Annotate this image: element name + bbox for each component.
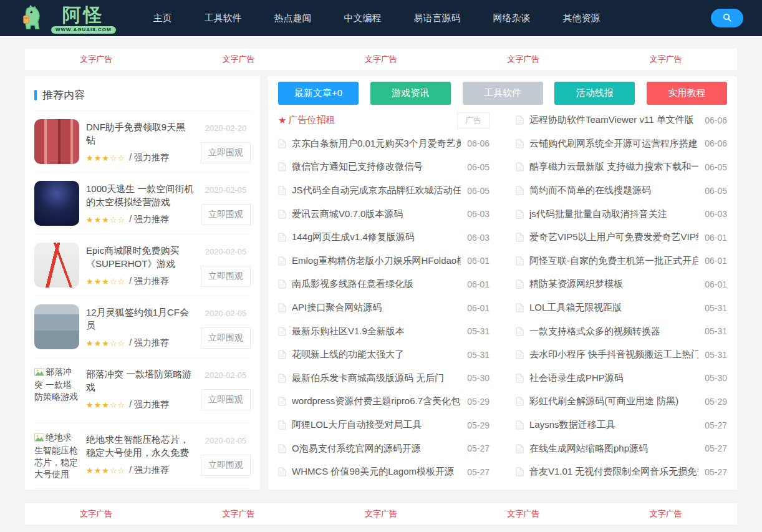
article-title[interactable]: 在线生成网站缩略图php源码: [529, 443, 698, 455]
ad-slot-link[interactable]: ★ 广告位招租: [278, 114, 457, 126]
article-title[interactable]: 阿狸LOL大厅自动接受对局工具: [292, 419, 461, 431]
article-title[interactable]: 精防某资源网织梦模板: [529, 278, 698, 290]
view-now-button[interactable]: 立即围观: [201, 455, 251, 476]
article-title[interactable]: O泡易支付系统官网的源码开源: [292, 443, 461, 455]
article-row[interactable]: wordpress资源付费主题ripro6.7含美化包... 05-29: [278, 390, 490, 414]
recommended-item[interactable]: DNF助手免费领取9天黑钻 ★★★☆☆ / 强力推荐 2020-02-20 立即…: [34, 111, 251, 173]
article-title[interactable]: 最新乐购社区V1.9全新版本: [292, 326, 461, 337]
article-title[interactable]: 阿怪互联-自家的免费主机第一批正式开启: [529, 255, 698, 267]
recommended-item[interactable]: 绝地求生智能压枪芯片，稳定大号使用 绝地求生智能压枪芯片，稳定大号使用，永久免费…: [34, 423, 251, 489]
item-title[interactable]: 12月灵狐签约领1月CF会员: [86, 306, 194, 332]
article-title[interactable]: 爱讯云商城V0.7.0版本源码: [292, 208, 461, 220]
article-title[interactable]: 微信官方通知已支持修改微信号: [292, 161, 461, 173]
view-now-button[interactable]: 立即围观: [201, 204, 251, 225]
article-row[interactable]: API接口聚合网站源码 06-01: [278, 296, 490, 320]
article-title[interactable]: 爱奇艺VIP5以上用户可免费发爱奇艺VIP红包: [529, 231, 698, 243]
view-now-button[interactable]: 立即围观: [201, 266, 251, 287]
article-title[interactable]: 云铺购代刷网系统全开源可运营程序搭建: [529, 138, 698, 150]
article-title[interactable]: 简约而不简单的在线搜题源码: [529, 185, 698, 196]
article-row[interactable]: 爱奇艺VIP5以上用户可免费发爱奇艺VIP红包 06-01: [516, 226, 727, 249]
view-now-button[interactable]: 立即围观: [201, 142, 251, 163]
category-button[interactable]: 最新文章+0: [278, 82, 359, 105]
nav-link[interactable]: 易语言源码: [398, 0, 477, 36]
recommended-item[interactable]: 1000天逃生 一款空间街机的太空模拟经营游戏 ★★★☆☆ / 强力推荐 202…: [34, 173, 251, 235]
site-logo[interactable]: 阿怪 WWW.AGUAI8.COM: [19, 2, 116, 34]
recommended-item[interactable]: 部落冲突 一款塔防策略游戏 部落冲突 一款塔防策略游戏 ★★★☆☆ / 强力推荐…: [34, 358, 251, 423]
text-ad-link[interactable]: 文字广告: [223, 508, 255, 520]
article-row[interactable]: 144g网页生成v1.4修复版源码 06-03: [278, 226, 490, 249]
text-ad-link[interactable]: 文字广告: [365, 54, 397, 65]
article-row[interactable]: 一款支持格式众多的视频转换器 05-31: [516, 319, 727, 343]
article-title[interactable]: 远程协助软件TeamViewer v11 单文件版: [529, 114, 698, 126]
article-row[interactable]: 酷享磁力云最新版 支持磁力搜索下载和一... 06-05: [516, 155, 727, 179]
article-row[interactable]: 简约而不简单的在线搜题源码 06-05: [516, 179, 727, 203]
item-thumbnail[interactable]: [34, 181, 79, 226]
text-ad-link[interactable]: 文字广告: [650, 54, 682, 65]
article-title[interactable]: 彩虹代刷全解源码(可商业用途 防黑): [529, 395, 698, 407]
article-row[interactable]: 去水印小程序 快手抖音视频搬运工上热门... 05-31: [516, 343, 727, 367]
text-ad-link[interactable]: 文字广告: [80, 508, 112, 520]
text-ad-link[interactable]: 文字广告: [80, 54, 112, 65]
article-row[interactable]: Laysns数据迁移工具 05-27: [516, 414, 727, 437]
article-title[interactable]: wordpress资源付费主题ripro6.7含美化包...: [292, 395, 461, 407]
article-row[interactable]: 精防某资源网织梦模板 06-01: [516, 273, 727, 296]
article-title[interactable]: Laysns数据迁移工具: [529, 419, 698, 431]
article-row[interactable]: 音友V1.01 无视付费限制全网音乐无损免费... 05-27: [516, 460, 727, 484]
article-row[interactable]: 云铺购代刷网系统全开源可运营程序搭建 06-06: [516, 132, 727, 156]
article-row[interactable]: 彩虹代刷全解源码(可商业用途 防黑) 05-29: [516, 390, 727, 414]
article-row[interactable]: 最新乐购社区V1.9全新版本 05-31: [278, 319, 490, 343]
article-row[interactable]: js代码批量批量自动取消抖音关注 06-03: [516, 202, 727, 226]
article-row[interactable]: 微信官方通知已支持修改微信号 06-05: [278, 155, 490, 179]
nav-link[interactable]: 工具软件: [188, 0, 258, 36]
recommended-item[interactable]: 12月灵狐签约领1月CF会员 ★★★☆☆ / 强力推荐 2020-02-05 立…: [34, 296, 251, 358]
recommended-item[interactable]: Epic商城限时免费购买《SUPERHOT》游戏 ★★★☆☆ / 强力推荐 20…: [34, 235, 251, 296]
item-thumbnail[interactable]: 部落冲突 一款塔防策略游戏: [34, 366, 79, 415]
article-title[interactable]: 最新伯乐发卡商城高级版源码 无后门: [292, 372, 461, 384]
article-title[interactable]: 音友V1.01 无视付费限制全网音乐无损免费...: [529, 466, 698, 478]
item-thumbnail[interactable]: 绝地求生智能压枪芯片，稳定大号使用: [34, 432, 79, 480]
article-row[interactable]: LOL工具箱无限视距版 05-31: [516, 296, 727, 320]
article-title[interactable]: WHMCS 价值98美元的Lagom模板开源: [292, 466, 461, 478]
nav-link[interactable]: 中文编程: [328, 0, 398, 36]
item-thumbnail[interactable]: [34, 119, 79, 164]
article-title[interactable]: 去水印小程序 快手抖音视频搬运工上热门...: [529, 349, 698, 360]
nav-link[interactable]: 网络杂谈: [477, 0, 547, 36]
item-title[interactable]: 部落冲突 一款塔防策略游戏: [86, 367, 194, 394]
item-title[interactable]: Epic商城限时免费购买《SUPERHOT》游戏: [86, 244, 194, 270]
article-row[interactable]: Emlog重构精仿老版小刀娱乐网HFoldao模... 06-01: [278, 249, 490, 273]
text-ad-link[interactable]: 文字广告: [365, 508, 397, 520]
article-title[interactable]: 南瓜影视多线路任意看绿化版: [292, 278, 461, 290]
nav-link[interactable]: 主页: [137, 0, 188, 36]
article-title[interactable]: 花呗新上线的功能太强大了: [292, 349, 461, 360]
article-title[interactable]: 社会语录生成PHP源码: [529, 372, 698, 384]
article-row[interactable]: 花呗新上线的功能太强大了 05-31: [278, 343, 490, 367]
article-title[interactable]: 144g网页生成v1.4修复版源码: [292, 231, 461, 243]
article-title[interactable]: LOL工具箱无限视距版: [529, 302, 698, 314]
article-row[interactable]: 阿怪互联-自家的免费主机第一批正式开启 06-01: [516, 249, 727, 273]
view-now-button[interactable]: 立即围观: [201, 389, 251, 410]
recommended-item[interactable]: 恐怖地下室探险 一款恐怖逃生解谜 恐怖地下室探险 一款恐怖逃生解谜类游戏 ★★★…: [34, 489, 251, 490]
text-ad-link[interactable]: 文字广告: [507, 54, 539, 65]
category-button[interactable]: 实用教程: [647, 82, 727, 105]
item-title[interactable]: 1000天逃生 一款空间街机的太空模拟经营游戏: [86, 182, 194, 208]
article-title[interactable]: 一款支持格式众多的视频转换器: [529, 326, 698, 337]
text-ad-link[interactable]: 文字广告: [507, 508, 539, 520]
article-row[interactable]: WHMCS 价值98美元的Lagom模板开源 05-27: [278, 460, 490, 484]
nav-link[interactable]: 其他资源: [547, 0, 617, 36]
view-now-button[interactable]: 立即围观: [201, 327, 251, 349]
article-title[interactable]: 京东白条新用户0.01元购买3个月爱奇艺黄...: [292, 138, 461, 150]
item-title[interactable]: 绝地求生智能压枪芯片，稳定大号使用，永久免费: [86, 433, 194, 459]
text-ad-link[interactable]: 文字广告: [650, 508, 682, 520]
text-ad-link[interactable]: 文字广告: [223, 54, 255, 65]
article-title[interactable]: API接口聚合网站源码: [292, 302, 461, 314]
item-thumbnail[interactable]: [34, 304, 79, 349]
article-title[interactable]: js代码批量批量自动取消抖音关注: [529, 208, 698, 220]
article-title[interactable]: Emlog重构精仿老版小刀娱乐网HFoldao模...: [292, 255, 461, 267]
article-row[interactable]: 最新伯乐发卡商城高级版源码 无后门 05-30: [278, 367, 490, 390]
article-row[interactable]: 爱讯云商城V0.7.0版本源码 06-03: [278, 202, 490, 226]
item-title[interactable]: DNF助手免费领取9天黑钻: [86, 120, 194, 147]
article-row[interactable]: 远程协助软件TeamViewer v11 单文件版 06-06: [516, 109, 727, 132]
article-row[interactable]: 京东白条新用户0.01元购买3个月爱奇艺黄... 06-06: [278, 132, 490, 156]
item-thumbnail[interactable]: [34, 243, 79, 288]
article-row[interactable]: 南瓜影视多线路任意看绿化版 06-01: [278, 273, 490, 296]
